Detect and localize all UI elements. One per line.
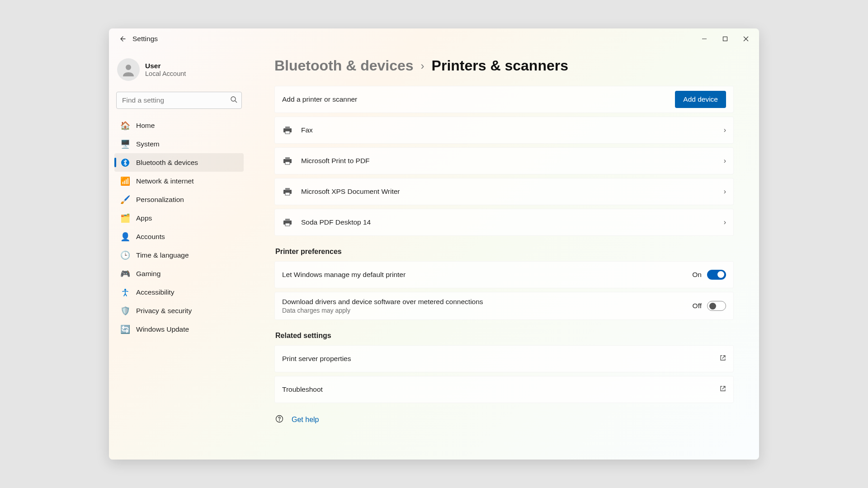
svg-rect-1 (723, 37, 727, 41)
sidebar-item-label: System (136, 140, 160, 148)
printer-icon (282, 187, 293, 196)
main-content: Bluetooth & devices › Printers & scanner… (249, 49, 759, 460)
svg-rect-10 (285, 127, 290, 129)
title-bar-left: Settings (112, 35, 158, 43)
sidebar-item-privacy-security[interactable]: 🛡️ Privacy & security (114, 301, 244, 320)
printer-name: Fax (301, 126, 718, 134)
person-icon (121, 62, 136, 77)
sidebar-item-label: Personalization (136, 196, 184, 204)
svg-rect-11 (285, 131, 290, 134)
svg-point-4 (126, 65, 131, 70)
breadcrumb: Bluetooth & devices › Printers & scanner… (274, 57, 734, 74)
accessibility-icon (121, 288, 130, 297)
sidebar: User Local Account 🏠 Home 🖥️ System (109, 49, 249, 460)
accounts-icon: 👤 (121, 232, 130, 241)
app-title: Settings (132, 35, 158, 43)
add-printer-card: Add a printer or scanner Add device (274, 86, 734, 113)
sidebar-item-apps[interactable]: 🗂️ Apps (114, 209, 244, 227)
printer-row-print-to-pdf[interactable]: Microsoft Print to PDF › (274, 147, 734, 174)
profile-subtitle: Local Account (145, 70, 186, 77)
search-wrap (116, 92, 242, 109)
app-body: User Local Account 🏠 Home 🖥️ System (109, 49, 759, 460)
svg-rect-16 (285, 188, 290, 190)
printer-preferences-heading: Printer preferences (275, 248, 734, 256)
printer-icon (282, 126, 293, 135)
sidebar-item-label: Windows Update (136, 325, 189, 333)
get-help-link[interactable]: Get help (292, 416, 319, 424)
svg-rect-13 (285, 157, 290, 160)
system-icon: 🖥️ (121, 140, 130, 149)
sidebar-item-label: Accounts (136, 233, 165, 241)
help-icon (275, 415, 283, 425)
svg-line-6 (235, 101, 237, 103)
pref-metered-toggle[interactable] (707, 301, 726, 311)
related-print-server-properties[interactable]: Print server properties (274, 345, 734, 372)
printer-icon (282, 156, 293, 165)
chevron-right-icon: › (724, 218, 726, 226)
clock-icon: 🕒 (121, 251, 130, 260)
pref-metered-sublabel: Data charges may apply (282, 307, 693, 314)
sidebar-item-time-language[interactable]: 🕒 Time & language (114, 246, 244, 264)
bluetooth-icon (121, 158, 130, 167)
sidebar-item-bluetooth-devices[interactable]: Bluetooth & devices (114, 153, 244, 172)
sidebar-item-label: Gaming (136, 270, 160, 278)
apps-icon: 🗂️ (121, 214, 130, 223)
svg-point-22 (279, 420, 280, 421)
related-label: Troubleshoot (282, 385, 714, 394)
brush-icon: 🖌️ (121, 195, 130, 204)
external-link-icon (720, 385, 726, 394)
related-settings-heading: Related settings (275, 332, 734, 340)
pref-metered-state: Off (693, 302, 702, 310)
pref-default-printer-toggle[interactable] (707, 270, 726, 280)
home-icon: 🏠 (121, 121, 130, 130)
sidebar-item-accessibility[interactable]: Accessibility (114, 283, 244, 301)
printer-row-soda-pdf[interactable]: Soda PDF Desktop 14 › (274, 209, 734, 236)
sidebar-item-home[interactable]: 🏠 Home (114, 116, 244, 135)
printer-name: Microsoft Print to PDF (301, 157, 718, 165)
pref-default-printer-row: Let Windows manage my default printer On (274, 261, 734, 288)
avatar (117, 58, 140, 81)
external-link-icon (720, 355, 726, 363)
minimize-button[interactable] (694, 30, 715, 47)
svg-point-5 (231, 97, 236, 101)
gamepad-icon: 🎮 (121, 269, 130, 278)
maximize-button[interactable] (715, 30, 736, 47)
sidebar-item-gaming[interactable]: 🎮 Gaming (114, 264, 244, 283)
printer-name: Microsoft XPS Document Writer (301, 188, 718, 196)
sidebar-item-label: Network & internet (136, 177, 194, 185)
pref-default-printer-state: On (692, 271, 702, 279)
sidebar-item-system[interactable]: 🖥️ System (114, 135, 244, 153)
svg-rect-20 (285, 223, 290, 226)
title-bar: Settings (109, 28, 759, 49)
related-troubleshoot[interactable]: Troubleshoot (274, 376, 734, 403)
add-printer-label: Add a printer or scanner (282, 95, 675, 103)
printer-icon (282, 218, 293, 227)
back-button[interactable] (118, 35, 126, 43)
sidebar-item-personalization[interactable]: 🖌️ Personalization (114, 190, 244, 209)
svg-rect-14 (285, 162, 290, 164)
sidebar-nav: 🏠 Home 🖥️ System Bluetooth & devices 📶 N… (114, 116, 244, 338)
sidebar-item-label: Home (136, 122, 155, 130)
sidebar-item-windows-update[interactable]: 🔄 Windows Update (114, 320, 244, 338)
search-input[interactable] (116, 92, 242, 109)
breadcrumb-parent[interactable]: Bluetooth & devices (274, 57, 414, 74)
sidebar-item-network[interactable]: 📶 Network & internet (114, 172, 244, 190)
printer-row-fax[interactable]: Fax › (274, 117, 734, 144)
svg-point-8 (124, 289, 126, 291)
chevron-right-icon: › (421, 60, 425, 72)
add-device-button[interactable]: Add device (675, 91, 726, 108)
related-label: Print server properties (282, 355, 714, 363)
svg-rect-17 (285, 192, 290, 195)
chevron-right-icon: › (724, 157, 726, 165)
sidebar-item-accounts[interactable]: 👤 Accounts (114, 227, 244, 246)
close-button[interactable] (736, 30, 756, 47)
search-icon (230, 96, 237, 105)
printer-row-xps-writer[interactable]: Microsoft XPS Document Writer › (274, 178, 734, 205)
pref-default-printer-label: Let Windows manage my default printer (282, 271, 692, 279)
breadcrumb-current: Printers & scanners (432, 57, 568, 74)
pref-metered-row: Download drivers and device software ove… (274, 292, 734, 320)
sidebar-item-label: Apps (136, 214, 152, 222)
back-arrow-icon (118, 35, 126, 42)
profile-block[interactable]: User Local Account (114, 56, 244, 89)
svg-rect-19 (285, 219, 290, 221)
